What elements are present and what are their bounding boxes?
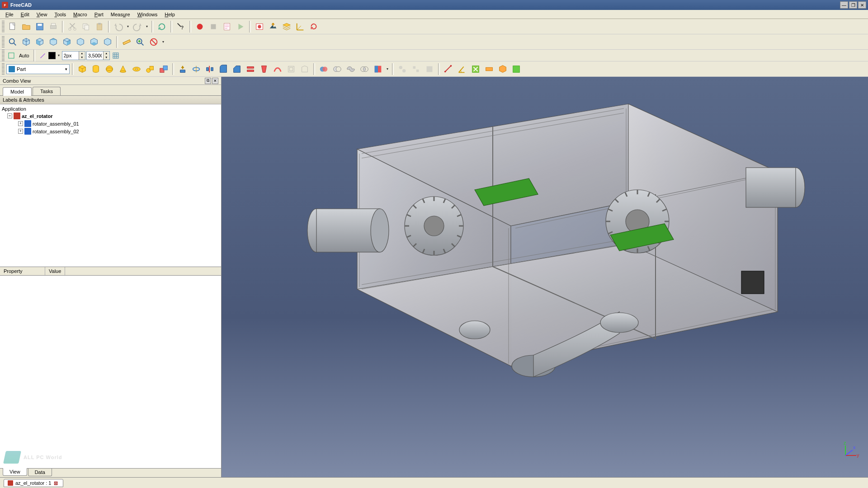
view-front-icon[interactable] [33,36,46,48]
print-icon[interactable] [47,20,60,33]
toolbar-handle[interactable] [2,63,5,75]
compound-dropdown[interactable]: ▾ [385,67,390,71]
fillet-icon[interactable] [217,63,230,75]
extrude-icon[interactable] [176,63,189,75]
measure-linear-icon[interactable] [442,63,455,75]
toolbar-handle[interactable] [2,50,5,61]
shape-builder-icon[interactable] [157,63,170,75]
open-file-icon[interactable] [20,20,33,33]
mirror-icon[interactable] [203,63,216,75]
tree-part[interactable]: + rotator_assembly_01 [0,120,221,127]
chamfer-icon[interactable] [231,63,243,75]
measure-clear-icon[interactable] [469,63,482,75]
minimize-button[interactable]: — [840,1,848,9]
cut-icon[interactable] [66,20,79,33]
measure-toggle-icon[interactable] [483,63,495,75]
view-left-icon[interactable] [101,36,114,48]
model-tree[interactable]: Application − az_el_rotator + rotator_as… [0,104,221,267]
menu-help[interactable]: Help [161,11,179,18]
web-upload-icon[interactable] [267,20,279,33]
intersect-bool-icon[interactable] [358,63,371,75]
redo-dropdown[interactable]: ▾ [145,24,149,28]
zoom-region-icon[interactable] [134,36,146,48]
reload-icon[interactable] [307,20,320,33]
copy-icon[interactable] [80,20,92,33]
primitives-icon[interactable] [144,63,156,75]
value-col-header[interactable]: Value [45,267,65,275]
torus-icon[interactable] [130,63,143,75]
line-width-input[interactable] [62,53,79,58]
loft-icon[interactable] [258,63,270,75]
shape-info-icon[interactable] [423,63,436,75]
mdi-tab[interactable]: az_el_rotator : 1 ⊠ [4,479,63,487]
web-home-icon[interactable] [253,20,266,33]
measure-angular-icon[interactable] [456,63,468,75]
brush-icon[interactable] [38,51,47,61]
menu-macro[interactable]: Macro [70,11,91,18]
no-entry-icon[interactable] [147,36,160,48]
close-tab-icon[interactable]: ⊠ [54,480,59,486]
thickness-icon[interactable] [298,63,311,75]
collapse-icon[interactable]: − [7,113,12,118]
menu-measure[interactable]: Measure [107,11,134,18]
make-compound-icon[interactable] [396,63,409,75]
layers-icon[interactable] [280,20,293,33]
draw-style-dropdown[interactable]: ▾ [161,40,165,44]
menu-edit[interactable]: Edit [17,11,33,18]
line-value-spin[interactable]: ▲▼ [86,51,110,60]
sweep-icon[interactable] [271,63,284,75]
menu-view[interactable]: View [33,11,51,18]
macro-run-icon[interactable] [234,20,247,33]
measure-icon[interactable] [120,36,133,48]
menu-tools[interactable]: Tools [51,11,70,18]
menu-file[interactable]: File [2,11,17,18]
measure-toggle3d-icon[interactable] [496,63,509,75]
explode-compound-icon[interactable] [410,63,422,75]
workbench-selector[interactable]: Part ▾ [6,64,70,74]
color-dropdown[interactable]: ▾ [57,53,61,57]
view-iso-icon[interactable] [20,36,33,48]
macro-stop-icon[interactable] [207,20,220,33]
macro-list-icon[interactable] [221,20,233,33]
measure-delta-icon[interactable] [510,63,523,75]
view-bottom-icon[interactable] [88,36,100,48]
line-value-input[interactable] [87,53,103,58]
expand-icon[interactable]: + [18,129,23,134]
axis-icon[interactable] [294,20,307,33]
boolean-icon[interactable] [317,63,330,75]
expand-icon[interactable]: + [18,121,23,126]
tree-document[interactable]: − az_el_rotator [0,112,221,120]
tree-root[interactable]: Application [0,106,221,112]
line-color-swatch[interactable] [48,52,56,59]
ruled-surface-icon[interactable] [244,63,257,75]
revolve-icon[interactable] [190,63,203,75]
tab-tasks[interactable]: Tasks [33,87,61,95]
3d-viewport[interactable]: z y x [222,77,868,477]
undo-icon[interactable] [112,20,125,33]
view-rear-icon[interactable] [74,36,87,48]
toolbar-handle[interactable] [2,21,5,33]
sketch-plane-icon[interactable] [6,51,16,61]
cut-bool-icon[interactable] [331,63,344,75]
panel-close-icon[interactable]: ✕ [212,78,218,84]
paste-icon[interactable] [93,20,106,33]
menu-windows[interactable]: Windows [134,11,161,18]
tab-view[interactable]: View [3,468,27,476]
whats-this-icon[interactable]: ? [175,20,187,33]
tab-model[interactable]: Model [3,87,32,96]
maximize-button[interactable]: ❐ [849,1,857,9]
new-file-icon[interactable] [6,20,19,33]
offset-icon[interactable] [285,63,297,75]
refresh-icon[interactable] [156,20,168,33]
tab-data[interactable]: Data [28,469,52,476]
property-col-header[interactable]: Property [0,267,45,275]
close-button[interactable]: ✕ [858,1,866,9]
panel-float-icon[interactable]: ⧉ [205,78,211,84]
grid-toggle-icon[interactable] [111,51,121,61]
view-right-icon[interactable] [61,36,73,48]
union-bool-icon[interactable] [344,63,357,75]
cone-icon[interactable] [117,63,129,75]
undo-dropdown[interactable]: ▾ [126,24,130,28]
macro-record-icon[interactable] [193,20,206,33]
tree-part[interactable]: + rotator_assembly_02 [0,127,221,135]
